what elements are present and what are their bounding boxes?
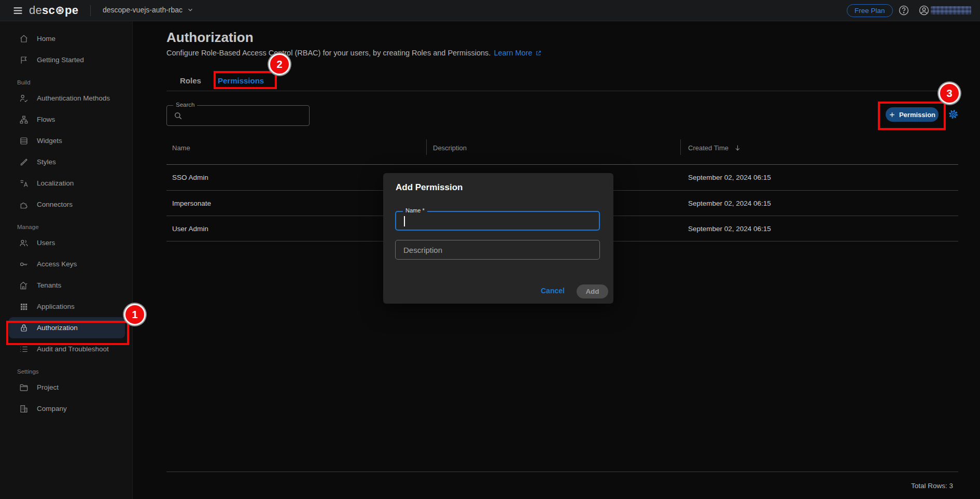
flow-icon bbox=[19, 115, 29, 124]
sidebar-item-localization[interactable]: Localization bbox=[0, 173, 132, 194]
list-icon bbox=[19, 345, 29, 354]
chevron-down-icon bbox=[187, 6, 194, 13]
add-permission-button[interactable]: Permission bbox=[886, 107, 939, 122]
permission-description-input[interactable] bbox=[396, 240, 599, 259]
sidebar-item-flows[interactable]: Flows bbox=[0, 109, 132, 130]
page-title: Authorization bbox=[166, 30, 254, 46]
search-label: Search bbox=[173, 102, 197, 108]
hamburger-menu-icon[interactable] bbox=[12, 5, 23, 16]
project-name: descope-vuejs-auth-rbac bbox=[103, 6, 183, 14]
sidebar-section-manage: Manage bbox=[17, 224, 132, 232]
descope-console: desc⊛pe descope-vuejs-auth-rbac Free Pla… bbox=[0, 0, 980, 499]
redacted-username[interactable] bbox=[931, 6, 971, 15]
sidebar-item-styles[interactable]: Styles bbox=[0, 151, 132, 173]
sidebar-item-tenants[interactable]: Tenants bbox=[0, 275, 132, 296]
tenant-building-icon bbox=[19, 281, 29, 290]
users-icon bbox=[19, 238, 29, 248]
column-header-description[interactable]: Description bbox=[433, 144, 467, 152]
help-icon[interactable] bbox=[898, 5, 909, 16]
topbar-divider bbox=[90, 5, 91, 16]
flag-icon bbox=[19, 55, 29, 65]
sidebar-item-company[interactable]: Company bbox=[0, 398, 132, 419]
column-divider bbox=[426, 139, 427, 155]
translate-icon bbox=[19, 179, 29, 188]
project-switcher[interactable]: descope-vuejs-auth-rbac bbox=[103, 6, 194, 14]
modal-title: Add Permission bbox=[396, 182, 463, 193]
folder-icon bbox=[19, 383, 29, 392]
cancel-button[interactable]: Cancel bbox=[541, 287, 565, 295]
tab-permissions[interactable]: Permissions bbox=[218, 76, 264, 85]
top-bar: desc⊛pe descope-vuejs-auth-rbac Free Pla… bbox=[0, 0, 980, 21]
free-plan-badge[interactable]: Free Plan bbox=[847, 4, 893, 17]
company-building-icon bbox=[19, 404, 29, 414]
descope-logo[interactable]: desc⊛pe bbox=[29, 4, 78, 17]
lock-icon bbox=[19, 323, 29, 333]
total-rows-label: Total Rows: 3 bbox=[911, 482, 953, 490]
user-account-icon[interactable] bbox=[918, 5, 930, 16]
main-content: Authorization Configure Role-Based Acces… bbox=[133, 21, 980, 499]
sidebar-item-users[interactable]: Users bbox=[0, 232, 132, 253]
widgets-icon bbox=[19, 136, 29, 146]
sidebar-item-project[interactable]: Project bbox=[0, 377, 132, 398]
name-field-label: Name * bbox=[403, 207, 427, 213]
sidebar-item-applications[interactable]: Applications bbox=[0, 296, 132, 317]
sort-descending-arrow-icon bbox=[734, 144, 741, 152]
tab-roles[interactable]: Roles bbox=[180, 76, 201, 85]
sidebar-item-home[interactable]: Home bbox=[0, 28, 132, 49]
permission-description-field bbox=[395, 240, 600, 260]
add-permission-modal: Add Permission Name * Cancel Add bbox=[383, 173, 613, 304]
grid-icon bbox=[19, 302, 29, 311]
sidebar-nav: Home Getting Started Build Authenticatio… bbox=[0, 21, 133, 499]
column-divider bbox=[680, 139, 681, 155]
home-icon bbox=[19, 34, 29, 44]
page-description: Configure Role-Based Access Control (RBA… bbox=[166, 49, 542, 57]
puzzle-icon bbox=[19, 200, 29, 209]
logo-asterisk-o-icon: ⊛ bbox=[55, 4, 65, 17]
sidebar-section-settings: Settings bbox=[17, 368, 132, 377]
search-icon bbox=[173, 111, 183, 121]
learn-more-link[interactable]: Learn More bbox=[494, 49, 541, 57]
person-check-icon bbox=[19, 94, 29, 103]
add-confirm-button[interactable]: Add bbox=[577, 284, 608, 298]
sidebar-item-widgets[interactable]: Widgets bbox=[0, 130, 132, 151]
sidebar-section-build: Build bbox=[17, 79, 132, 88]
plus-icon bbox=[889, 111, 895, 118]
key-icon bbox=[19, 260, 29, 269]
table-footer-divider bbox=[166, 472, 958, 472]
text-cursor bbox=[404, 216, 405, 226]
logo-text: de bbox=[29, 4, 42, 17]
external-link-icon bbox=[535, 50, 542, 56]
sidebar-item-audit-and-troubleshoot[interactable]: Audit and Troubleshoot bbox=[0, 338, 132, 360]
sidebar-item-authorization[interactable]: Authorization bbox=[9, 317, 125, 338]
tab-underline bbox=[166, 91, 958, 91]
column-header-name[interactable]: Name bbox=[172, 144, 190, 152]
search-input[interactable]: Search bbox=[166, 105, 310, 126]
table-settings-gear-icon[interactable] bbox=[947, 108, 959, 120]
column-header-created-time[interactable]: Created Time bbox=[688, 144, 741, 152]
sidebar-item-access-keys[interactable]: Access Keys bbox=[0, 253, 132, 275]
sidebar-item-connectors[interactable]: Connectors bbox=[0, 194, 132, 215]
sidebar-item-authentication-methods[interactable]: Authentication Methods bbox=[0, 88, 132, 109]
sidebar-item-getting-started[interactable]: Getting Started bbox=[0, 49, 132, 70]
brush-icon bbox=[19, 158, 29, 167]
permission-name-input[interactable]: Name * bbox=[395, 211, 600, 231]
